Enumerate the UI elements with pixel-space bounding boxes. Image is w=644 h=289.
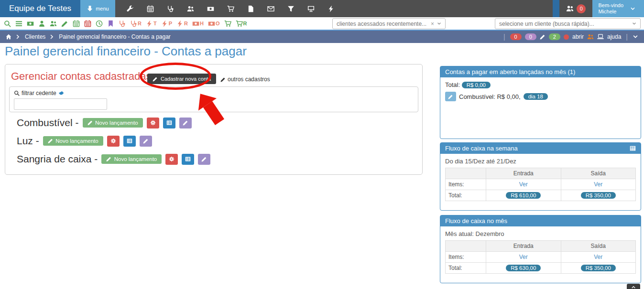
purple-count-badge[interactable]: 0 <box>525 33 536 40</box>
cart-icon[interactable] <box>227 5 234 12</box>
edit-bill-button[interactable] <box>445 92 456 101</box>
users-icon[interactable] <box>50 20 57 27</box>
account-row-sangria: Sangria de caixa - Novo lançamento <box>17 153 210 165</box>
settings-button[interactable] <box>147 118 159 128</box>
chevron-down-icon[interactable] <box>633 34 638 40</box>
breadcrumb-bar: Clientes Painel gerencial financeiro - C… <box>0 31 644 43</box>
stethoscope-r-icon[interactable]: R <box>130 20 142 27</box>
filter-box: filtrar cedente <box>9 86 418 112</box>
other-registrations-link[interactable]: outros cadastros <box>220 76 270 83</box>
settings-button[interactable] <box>107 136 120 147</box>
bolt-r-icon[interactable]: R <box>176 20 188 27</box>
pencil-icon <box>87 120 93 126</box>
separator: | <box>503 33 505 41</box>
filter-input[interactable] <box>14 98 107 110</box>
arrow-down-icon <box>87 5 93 12</box>
new-entry-button[interactable]: Novo lançamento <box>43 136 103 146</box>
money-h-icon[interactable]: H <box>192 20 204 27</box>
corner-cell <box>446 241 486 252</box>
list-entries-button[interactable] <box>123 136 136 147</box>
quick-client-search-select[interactable]: selecione um cliente (busca rápida)... <box>495 18 641 29</box>
money-o-icon[interactable]: O <box>208 20 220 27</box>
top-navbar: Equipe de Testes menu 0 Bem-vindo <box>0 0 644 17</box>
new-entry-button[interactable]: Novo lançamento <box>83 118 143 128</box>
col-entrada: Entrada <box>486 241 561 252</box>
users-icon[interactable] <box>587 33 594 40</box>
person-icon[interactable] <box>38 20 45 27</box>
items-label: Items: <box>446 252 486 263</box>
edit-account-button[interactable] <box>198 154 210 165</box>
open-bills-panel: Contas a pagar em aberto lançadas no mês… <box>440 66 641 139</box>
bill-text: Combustível: R$ 0,00, <box>459 93 521 100</box>
col-saida: Saída <box>561 168 636 179</box>
breadcrumb-actions: | 0 0 2 abrir ajuda | <box>502 33 638 41</box>
bolt-t-icon[interactable]: T <box>146 20 157 27</box>
users-icon[interactable] <box>187 5 194 12</box>
page-title: Painel gerencial financeiro - Contas a p… <box>5 44 247 59</box>
edit-account-button[interactable] <box>140 136 152 147</box>
abrir-link[interactable]: abrir <box>572 33 584 40</box>
pencil-icon <box>106 156 112 162</box>
clock-icon[interactable] <box>96 20 103 27</box>
cart-r-icon[interactable]: R <box>236 20 247 27</box>
funnel-icon[interactable] <box>287 5 295 12</box>
calendar-green-icon[interactable] <box>73 20 80 27</box>
bill-day-pill: dia 18 <box>524 93 548 100</box>
ver-entrada-link[interactable]: Ver <box>519 254 528 260</box>
menu-label: menu <box>96 6 109 11</box>
online-users-button[interactable]: 0 <box>559 0 592 17</box>
envelope-icon[interactable] <box>267 5 274 12</box>
bookmark-icon[interactable] <box>107 20 114 27</box>
green-count-badge[interactable]: 2 <box>549 33 560 40</box>
bolt-icon[interactable] <box>327 5 335 12</box>
calendar-red-icon[interactable] <box>84 20 91 27</box>
scroll-top-button[interactable] <box>627 284 640 289</box>
eraser-icon[interactable] <box>58 90 65 96</box>
list-entries-button[interactable] <box>163 118 175 128</box>
chevron-right-icon <box>15 34 21 40</box>
money-icon[interactable] <box>207 5 214 12</box>
search-icon <box>14 90 20 96</box>
money-icon[interactable] <box>27 20 34 27</box>
calendar-icon[interactable] <box>147 5 154 12</box>
ver-entrada-link[interactable]: Ver <box>519 181 528 188</box>
filter-label: filtrar cedente <box>22 90 56 96</box>
list-icon[interactable] <box>15 20 22 27</box>
account-name: Combustível - <box>17 117 79 128</box>
table-icon[interactable] <box>630 145 636 151</box>
search-icon[interactable] <box>4 20 11 27</box>
recent-clients-select[interactable]: clientes acessados recentemente... × <box>332 18 446 29</box>
ver-saida-link[interactable]: Ver <box>594 181 602 188</box>
ver-saida-link[interactable]: Ver <box>594 254 602 260</box>
display-icon[interactable] <box>307 5 315 12</box>
document-icon[interactable] <box>247 5 254 12</box>
welcome-text: Bem-vindo <box>598 2 623 9</box>
menu-button[interactable]: menu <box>80 0 115 17</box>
gear-icon <box>150 120 156 126</box>
breadcrumb-item-current: Painel gerencial financeiro - Contas a p… <box>59 33 170 40</box>
laptop-icon[interactable] <box>597 33 604 40</box>
home-icon[interactable] <box>6 34 11 40</box>
gear-icon <box>169 156 175 162</box>
red-count-badge[interactable]: 0 <box>510 33 522 40</box>
stethoscope-icon[interactable] <box>167 5 174 12</box>
wrench-icon[interactable] <box>127 5 134 12</box>
week-flow-table: Entrada Saída Items: Ver Ver Total: R$ 6… <box>445 168 636 201</box>
quick-client-search-value: selecione um cliente (busca rápida)... <box>499 21 632 27</box>
cart-icon[interactable] <box>224 20 231 27</box>
new-entry-button[interactable]: Novo lançamento <box>101 154 162 164</box>
stethoscope-icon[interactable] <box>119 20 126 27</box>
edit-account-button[interactable] <box>179 118 192 128</box>
new-account-button[interactable]: Cadastrar nova conta <box>147 74 216 84</box>
pencil-icon[interactable] <box>61 20 68 27</box>
bolt-p-icon[interactable]: P <box>161 20 172 27</box>
ajuda-link[interactable]: ajuda <box>607 33 621 40</box>
pencil-icon <box>48 138 54 144</box>
list-entries-button[interactable] <box>182 154 194 165</box>
pencil-icon[interactable] <box>540 34 546 40</box>
breadcrumb-item-clientes[interactable]: Clientes <box>25 33 45 40</box>
clear-icon[interactable]: × <box>431 21 434 27</box>
user-menu[interactable]: Bem-vindo Michele <box>592 0 644 17</box>
settings-button[interactable] <box>165 154 178 165</box>
pencil-icon <box>220 77 226 82</box>
